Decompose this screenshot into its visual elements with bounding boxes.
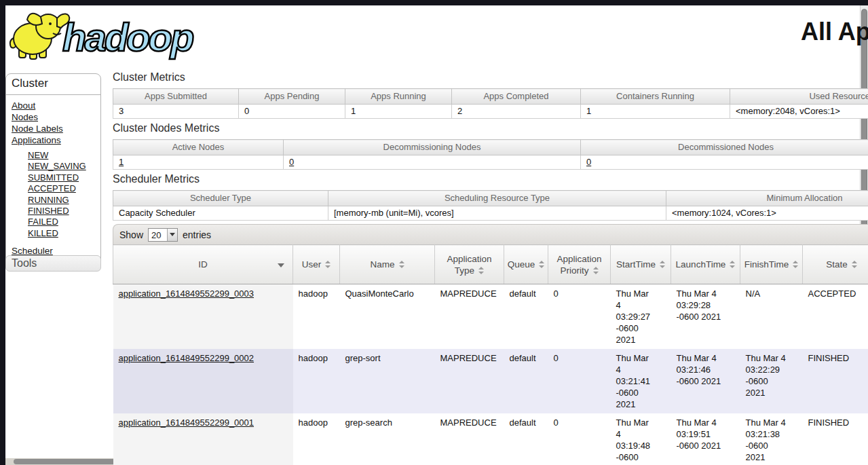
sidebar-item-failed[interactable]: FAILED [28, 216, 98, 227]
col-apps-running: Apps Running [345, 89, 452, 105]
cell-user: hadoop [293, 284, 340, 350]
applications-table-header-row: ID User Name Application Type Queue Appl… [113, 245, 868, 284]
sidebar-item-new[interactable]: NEW [28, 149, 98, 160]
active-nodes-link[interactable]: 1 [119, 157, 124, 167]
apps-pending-value: 0 [239, 105, 345, 119]
state-new-saving-link[interactable]: NEW_SAVING [28, 161, 86, 171]
containers-running-value: 1 [581, 105, 730, 119]
select-dropdown-button[interactable] [167, 229, 177, 241]
sidebar-item-about[interactable]: About [12, 100, 98, 111]
cell-state: ACCEPTED [803, 284, 868, 350]
header-user[interactable]: User [293, 245, 340, 284]
col-decommissioning-nodes: Decommissioning Nodes [284, 140, 581, 155]
page-size-select[interactable]: 20 [148, 228, 178, 242]
header-application-type[interactable]: Application Type [435, 245, 504, 284]
col-scheduler-type: Scheduler Type [113, 191, 328, 206]
state-new-link[interactable]: NEW [28, 150, 48, 160]
header-queue[interactable]: Queue [504, 245, 548, 284]
header-state[interactable]: State [803, 245, 868, 284]
col-scheduling-resource-type: Scheduling Resource Type [328, 191, 666, 206]
cell-name: QuasiMonteCarlo [340, 284, 435, 350]
header-id[interactable]: ID [113, 245, 293, 284]
cell-starttime: Thu Mar 4 03:29:27 -0600 2021 [611, 284, 671, 350]
page-title: All Applications [801, 18, 868, 46]
sidebar-cluster-box: Cluster About Nodes Node Labels Applicat… [5, 73, 101, 265]
cell-queue: default [504, 349, 548, 413]
state-killed-link[interactable]: KILLED [28, 228, 58, 238]
node-labels-link[interactable]: Node Labels [12, 124, 63, 134]
table-row: application_1614849552299_0003 hadoop Qu… [113, 284, 868, 350]
cell-finishtime: Thu Mar 4 03:22:29 -0600 2021 [740, 349, 803, 413]
cell-launchtime: Thu Mar 4 03:19:51 -0600 2021 [671, 413, 740, 465]
state-accepted-link[interactable]: ACCEPTED [28, 183, 76, 193]
sidebar-item-killed[interactable]: KILLED [28, 227, 98, 238]
scheduler-metrics-title: Scheduler Metrics [113, 173, 868, 185]
cell-user: hadoop [293, 349, 340, 413]
state-finished-link[interactable]: FINISHED [28, 206, 69, 216]
col-used-resources: Used Resources [730, 89, 868, 105]
sidebar-item-submitted[interactable]: SUBMITTED [28, 172, 98, 183]
sort-icon [478, 267, 484, 274]
col-minimum-allocation: Minimum Allocation [666, 191, 868, 206]
col-apps-pending: Apps Pending [239, 89, 345, 105]
sort-icon [660, 261, 665, 268]
sort-icon [730, 261, 735, 268]
sidebar-tools-heading[interactable]: Tools [5, 255, 101, 272]
decommissioning-nodes-link[interactable]: 0 [289, 157, 294, 167]
sort-icon [793, 261, 798, 268]
state-running-link[interactable]: RUNNING [28, 195, 69, 205]
application-id-link[interactable]: application_1614849552299_0003 [119, 289, 254, 299]
window-chrome-top [0, 0, 868, 5]
sidebar-item-new-saving[interactable]: NEW_SAVING [28, 160, 98, 171]
cell-application-type: MAPREDUCE [435, 349, 504, 413]
sort-icon [325, 261, 331, 268]
sidebar-app-states: NEW NEW_SAVING SUBMITTED ACCEPTED RUNNIN… [12, 146, 98, 238]
state-failed-link[interactable]: FAILED [28, 217, 58, 227]
scheduling-resource-type-value: [memory-mb (unit=Mi), vcores] [328, 206, 666, 221]
sort-icon [593, 267, 599, 274]
cell-name: grep-sort [340, 349, 435, 413]
cluster-metrics-table: Apps Submitted Apps Pending Apps Running… [113, 88, 868, 119]
cell-queue: default [504, 284, 548, 350]
header-application-type-label: Application Type [447, 254, 491, 276]
sidebar-item-finished[interactable]: FINISHED [28, 205, 98, 216]
header-id-label: ID [198, 259, 208, 269]
header-finishtime[interactable]: FinishTime [740, 245, 803, 284]
col-apps-submitted: Apps Submitted [113, 89, 239, 105]
about-link[interactable]: About [12, 100, 35, 111]
header-application-priority[interactable]: Application Priority [548, 245, 611, 284]
show-label: Show [119, 229, 143, 240]
sidebar-cluster-heading: Cluster [6, 74, 100, 95]
state-submitted-link[interactable]: SUBMITTED [28, 172, 79, 183]
cell-finishtime: N/A [740, 284, 803, 350]
header-user-label: User [302, 259, 322, 269]
header-queue-label: Queue [508, 259, 535, 269]
main-content: Cluster Metrics Apps Submitted Apps Pend… [113, 68, 868, 465]
sort-icon [539, 261, 544, 268]
table-length-bar: Show 20 entries [113, 224, 868, 244]
header-launchtime[interactable]: LaunchTime [671, 245, 740, 284]
applications-link[interactable]: Applications [12, 135, 61, 145]
sort-icon [399, 261, 404, 268]
header-starttime-label: StartTime [616, 259, 656, 269]
sidebar-item-accepted[interactable]: ACCEPTED [28, 183, 98, 193]
header-starttime[interactable]: StartTime [611, 245, 671, 284]
application-id-link[interactable]: application_1614849552299_0001 [119, 417, 254, 428]
scheduler-metrics-table: Scheduler Type Scheduling Resource Type … [113, 190, 868, 221]
decommissioned-nodes-link[interactable]: 0 [586, 157, 591, 167]
sidebar-item-running[interactable]: RUNNING [28, 194, 98, 205]
used-resources-value: <memory:2048, vCores:1> [730, 105, 868, 119]
nodes-link[interactable]: Nodes [12, 112, 38, 122]
scheduler-link[interactable]: Scheduler [12, 246, 53, 256]
applications-table: ID User Name Application Type Queue Appl… [113, 244, 868, 465]
sidebar-item-node-labels[interactable]: Node Labels [12, 123, 98, 134]
cell-starttime: Thu Mar 4 03:19:48 -0600 2021 [611, 413, 671, 465]
sidebar-item-nodes[interactable]: Nodes [12, 111, 98, 123]
sidebar-item-applications[interactable]: Applications NEW NEW_SAVING SUBMITTED AC… [12, 134, 98, 238]
col-containers-running: Containers Running [581, 89, 730, 105]
apps-completed-value: 2 [452, 105, 581, 119]
application-id-link[interactable]: application_1614849552299_0002 [119, 353, 254, 363]
header-name[interactable]: Name [340, 245, 435, 284]
cell-launchtime: Thu Mar 4 03:29:28 -0600 2021 [671, 284, 740, 350]
cluster-nodes-metrics-row: 1 0 0 [113, 155, 868, 170]
